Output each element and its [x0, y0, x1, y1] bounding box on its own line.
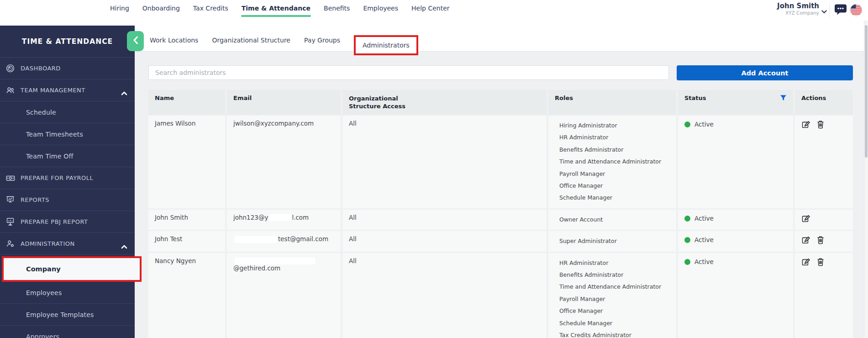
role-item: Office Manager — [559, 180, 670, 192]
column-header-name: Name — [148, 90, 225, 115]
delete-icon[interactable] — [817, 120, 826, 129]
column-header-label: Roles — [555, 95, 573, 101]
nav-item-tax-credits[interactable]: Tax Credits — [193, 3, 229, 14]
nav-item-benefits[interactable]: Benefits — [323, 3, 350, 14]
table-row: John Smithjohn123@yl.comAllOwner Account… — [148, 210, 853, 230]
sidebar-item-team-timesheets[interactable]: Team Timesheets — [0, 123, 135, 145]
tab-administrators[interactable]: Administrators — [354, 35, 418, 55]
caret-up-icon[interactable] — [121, 242, 127, 251]
filter-funnel-icon[interactable] — [780, 95, 787, 103]
sidebar-item-dashboard[interactable]: DASHBOARD — [0, 58, 135, 79]
sidebar-item-schedule[interactable]: Schedule — [0, 101, 135, 123]
cell-roles: HR AdministratorBenefits AdministratorTi… — [548, 253, 676, 338]
column-header-organizational-structure-access: Organizational Structure Access — [342, 90, 547, 115]
delete-icon[interactable] — [817, 236, 826, 244]
email-text: l.com — [292, 214, 309, 221]
roles-list: HR AdministratorBenefits AdministratorTi… — [559, 257, 670, 338]
cell-email: @gethired.com — [227, 253, 341, 338]
sidebar-menu: DASHBOARDTEAM MANAGEMENTScheduleTeam Tim… — [0, 58, 135, 338]
chevron-down-icon[interactable] — [821, 7, 827, 16]
annotation-box-company: Company — [2, 256, 142, 282]
sidebar-item-prepare-for-payroll[interactable]: PREPARE FOR PAYROLL — [0, 167, 135, 189]
edit-icon[interactable] — [801, 120, 810, 129]
cell-org-access: All — [342, 210, 547, 230]
table-row: James Wilsonjwilson@xyzcompany.comAllHir… — [148, 116, 853, 208]
sidebar-item-label: Team Time Off — [26, 153, 74, 160]
edit-icon[interactable] — [801, 258, 810, 266]
tab-pay-groups[interactable]: Pay Groups — [304, 37, 340, 51]
scrollbar-thumb[interactable] — [865, 25, 868, 158]
top-navigation-bar: HiringOnboardingTax CreditsTime & Attend… — [0, 0, 868, 21]
sidebar-item-company-annotated[interactable]: Company — [0, 256, 135, 282]
team-icon — [5, 85, 16, 95]
administrators-table: NameEmailOrganizational Structure Access… — [148, 90, 853, 338]
column-header-label: Email — [233, 95, 252, 101]
sidebar-item-label: DASHBOARD — [21, 65, 61, 72]
cell-email: test@gmail.com — [227, 231, 341, 251]
sidebar-item-label: REPORTS — [21, 196, 49, 203]
status-active-dot — [684, 216, 690, 222]
table-row: Nancy Ngyen@gethired.comAllHR Administra… — [148, 253, 853, 338]
redacted-email-segment — [269, 214, 290, 221]
sidebar-item-label: Schedule — [26, 109, 56, 116]
status-active-dot — [684, 121, 690, 127]
cell-roles: Super Administrator — [548, 231, 676, 251]
tab-work-locations[interactable]: Work Locations — [150, 37, 198, 51]
sidebar-item-team-time-off[interactable]: Team Time Off — [0, 145, 135, 167]
nav-item-hiring[interactable]: Hiring — [110, 3, 130, 14]
cell-status: Active — [678, 116, 793, 208]
roles-list: Hiring AdministratorHR AdministratorBene… — [559, 120, 670, 204]
column-header-roles: Roles — [548, 90, 676, 115]
role-item: Schedule Manager — [559, 317, 670, 329]
sidebar-item-prepare-pbj-report[interactable]: PREPARE PBJ REPORT — [0, 211, 135, 233]
sidebar-item-reports[interactable]: REPORTS — [0, 189, 135, 211]
main-area: Work LocationsOrganizational StructurePa… — [135, 21, 868, 338]
cell-org-access: All — [342, 231, 547, 251]
redacted-email-segment — [235, 258, 315, 264]
sidebar-item-team-management[interactable]: TEAM MANAGEMENT — [0, 79, 135, 101]
role-item: Benefits Administrator — [559, 269, 670, 281]
sidebar-item-employee-templates[interactable]: Employee Templates — [0, 304, 135, 326]
cell-status: Active — [678, 231, 793, 251]
sidebar: TIME & ATTENDANCE DASHBOARDTEAM MANAGEME… — [0, 26, 135, 338]
header-divider — [829, 3, 830, 17]
search-input[interactable] — [148, 65, 669, 80]
caret-up-icon[interactable] — [121, 89, 127, 97]
cell-name: John Smith — [148, 210, 225, 230]
app-root: HiringOnboardingTax CreditsTime & Attend… — [0, 0, 868, 338]
roles-list: Super Administrator — [559, 235, 670, 247]
sidebar-item-administration[interactable]: ADMINISTRATION — [0, 233, 135, 255]
sidebar-item-label: Employee Templates — [26, 311, 94, 318]
primary-nav: HiringOnboardingTax CreditsTime & Attend… — [110, 3, 450, 14]
edit-icon[interactable] — [801, 214, 810, 223]
nav-item-time-attendance[interactable]: Time & Attendance — [241, 3, 311, 14]
sidebar-item-label: PREPARE PBJ REPORT — [21, 218, 88, 225]
role-item: Time and Attendance Administrator — [559, 156, 670, 168]
us-flag-icon[interactable] — [850, 4, 863, 18]
edit-icon[interactable] — [801, 236, 810, 244]
nav-item-help-center[interactable]: Help Center — [411, 3, 450, 14]
add-account-button[interactable]: Add Account — [677, 65, 853, 80]
delete-icon[interactable] — [817, 258, 826, 266]
cell-actions — [795, 116, 853, 208]
account-menu[interactable]: John Smith XYZ Company — [766, 2, 819, 16]
tab-organizational-structure[interactable]: Organizational Structure — [212, 37, 290, 51]
email-text: test@gmail.com — [278, 235, 328, 243]
email-text: john123@y — [233, 214, 268, 221]
sidebar-item-label: Team Timesheets — [26, 131, 83, 138]
email-text: @gethired.com — [233, 264, 280, 272]
cell-name: James Wilson — [148, 116, 225, 208]
nav-item-employees[interactable]: Employees — [363, 3, 399, 14]
nav-item-onboarding[interactable]: Onboarding — [142, 3, 180, 14]
sidebar-collapse-button[interactable] — [127, 31, 144, 51]
sidebar-item-label: TEAM MANAGEMENT — [21, 87, 85, 94]
pbj-report-icon — [5, 217, 16, 227]
page-scrollbar[interactable] — [864, 21, 868, 338]
cell-status: Active — [678, 253, 793, 338]
chevron-left-icon — [133, 36, 138, 46]
chat-icon[interactable] — [834, 4, 847, 18]
sidebar-item-employees[interactable]: Employees — [0, 282, 135, 304]
table-row: John Testtest@gmail.comAllSuper Administ… — [148, 231, 853, 251]
table-body: James Wilsonjwilson@xyzcompany.comAllHir… — [148, 116, 853, 338]
sidebar-item-approvers[interactable]: Approvers — [0, 326, 135, 338]
